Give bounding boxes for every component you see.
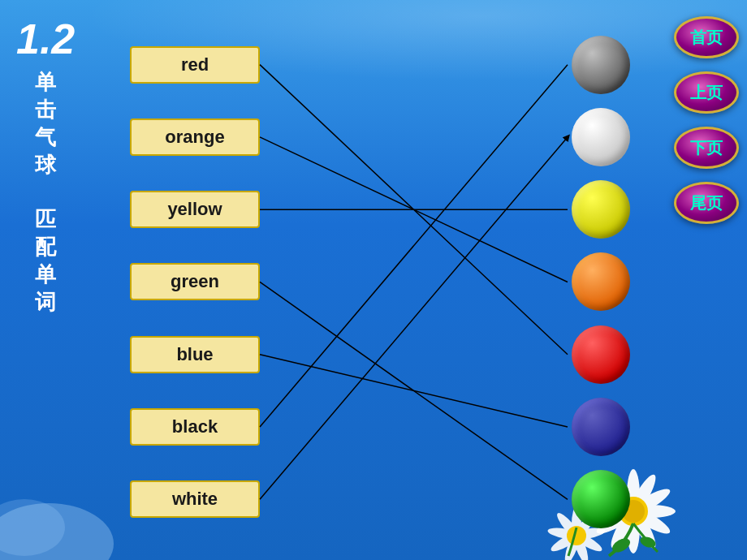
- lesson-number: 1.2: [16, 16, 75, 62]
- balloons-column: [552, 20, 650, 544]
- balloon-gray[interactable]: [572, 36, 630, 94]
- word-white[interactable]: white: [130, 480, 260, 518]
- balloon-yellow[interactable]: [572, 180, 630, 239]
- nav-buttons-panel: 首页 上页 下页 尾页: [674, 16, 739, 224]
- word-orange[interactable]: orange: [130, 118, 260, 156]
- word-green[interactable]: green: [130, 263, 260, 300]
- chinese-title: 单击气球 匹配单词: [35, 69, 56, 316]
- svg-line-5: [260, 65, 568, 427]
- left-title-block: 1.2 单击气球 匹配单词: [16, 16, 75, 316]
- svg-line-6: [260, 137, 568, 499]
- first-page-button[interactable]: 首页: [674, 16, 739, 58]
- last-page-button[interactable]: 尾页: [674, 182, 739, 224]
- svg-line-4: [260, 355, 568, 427]
- word-blue[interactable]: blue: [130, 336, 260, 373]
- balloon-white[interactable]: [572, 108, 630, 166]
- balloon-navy[interactable]: [572, 398, 630, 456]
- svg-line-0: [260, 65, 568, 355]
- svg-line-3: [260, 282, 568, 499]
- word-black[interactable]: black: [130, 408, 260, 446]
- balloon-red[interactable]: [572, 325, 630, 384]
- next-page-button[interactable]: 下页: [674, 127, 739, 169]
- word-yellow[interactable]: yellow: [130, 191, 260, 228]
- svg-line-1: [260, 137, 568, 282]
- balloon-orange[interactable]: [572, 252, 630, 311]
- words-column: red orange yellow green blue black white: [130, 20, 260, 544]
- word-red[interactable]: red: [130, 46, 260, 84]
- matching-area: red orange yellow green blue black white: [130, 20, 666, 544]
- prev-page-button[interactable]: 上页: [674, 71, 739, 114]
- balloon-green[interactable]: [572, 470, 630, 528]
